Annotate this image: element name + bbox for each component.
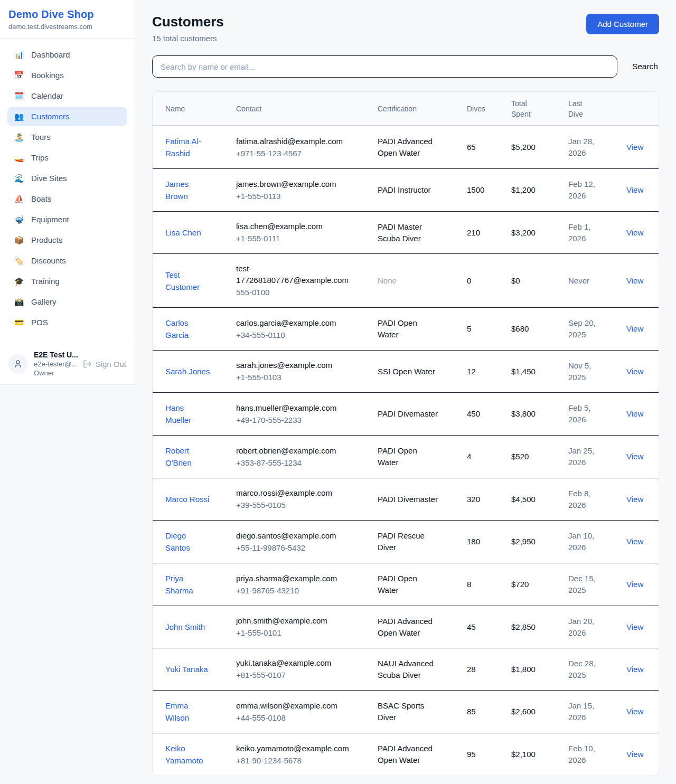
customer-name-link[interactable]: Diego Santos xyxy=(165,530,211,554)
view-link[interactable]: View xyxy=(626,324,643,333)
search-button[interactable]: Search xyxy=(631,60,659,73)
sidebar-item-label: Customers xyxy=(31,112,70,121)
customer-name-link[interactable]: Yuki Tanaka xyxy=(165,663,208,675)
view-link[interactable]: View xyxy=(626,665,643,674)
view-link[interactable]: View xyxy=(626,367,643,376)
sign-out-button[interactable]: Sign Out xyxy=(83,360,126,369)
customer-phone: +34-555-0110 xyxy=(236,329,365,341)
view-link[interactable]: View xyxy=(626,228,643,237)
table-row: John Smithjohn.smith@example.com+1-555-0… xyxy=(153,606,659,648)
customer-phone: +55-11-99876-5432 xyxy=(236,542,365,554)
dives-count: 4 xyxy=(467,451,499,462)
sidebar-item-equipment[interactable]: 🤿Equipment xyxy=(7,210,127,229)
view-link[interactable]: View xyxy=(626,537,643,546)
customer-phone: +1-555-0101 xyxy=(236,627,365,639)
view-link[interactable]: View xyxy=(626,495,643,504)
customer-name-link[interactable]: Lisa Chen xyxy=(165,226,201,239)
sidebar-item-products[interactable]: 📦Products xyxy=(7,230,127,250)
sidebar-item-calendar[interactable]: 🗓️Calendar xyxy=(7,86,127,106)
user-info: E2E Test U... e2e-tester@... Owner xyxy=(34,351,77,377)
customer-name-link[interactable]: Fatima Al-Rashid xyxy=(165,135,211,159)
table-row: Priya Sharmapriya.sharma@example.com+91-… xyxy=(153,563,659,606)
customer-name-link[interactable]: Hans Mueller xyxy=(165,402,211,426)
view-link[interactable]: View xyxy=(626,707,643,716)
total-spent: $1,800 xyxy=(511,664,556,675)
view-link[interactable]: View xyxy=(626,143,643,152)
dives-count: 95 xyxy=(467,749,499,760)
total-spent: $3,200 xyxy=(511,227,556,239)
sidebar-item-customers[interactable]: 👥Customers xyxy=(7,107,127,126)
view-link[interactable]: View xyxy=(626,276,643,285)
customer-phone: +1-555-0113 xyxy=(236,191,365,202)
customer-email: carlos.garcia@example.com xyxy=(236,317,351,329)
customer-name-link[interactable]: James Brown xyxy=(165,178,211,202)
main-content: Customers 15 total customers Add Custome… xyxy=(135,0,676,784)
tag-icon: 🏷️ xyxy=(14,257,24,265)
total-spent: $0 xyxy=(511,275,556,287)
sidebar-item-tours[interactable]: 🏝️Tours xyxy=(7,127,127,147)
sidebar-item-trips[interactable]: 🚤Trips xyxy=(7,148,127,167)
customer-count: 15 total customers xyxy=(152,34,224,43)
sidebar-item-discounts[interactable]: 🏷️Discounts xyxy=(7,251,127,270)
last-dive-date: Feb 12, 2026 xyxy=(568,178,600,202)
customer-name-link[interactable]: Priya Sharma xyxy=(165,572,211,597)
sidebar-item-label: Tours xyxy=(31,133,51,141)
customer-email: hans.mueller@example.com xyxy=(236,402,351,414)
customer-name-link[interactable]: Carlos Garcia xyxy=(165,317,211,341)
last-dive-date: Feb 8, 2026 xyxy=(568,488,600,511)
table-row: James Brownjames.brown@example.com+1-555… xyxy=(153,169,659,212)
contact-cell: sarah.jones@example.com+1-555-0103 xyxy=(230,351,371,393)
sidebar-item-label: Discounts xyxy=(31,256,66,265)
last-dive-date: Sep 20, 2025 xyxy=(568,317,600,341)
view-link[interactable]: View xyxy=(626,750,643,759)
customer-name-link[interactable]: Marco Rossi xyxy=(165,493,209,505)
sidebar-item-gallery[interactable]: 📸Gallery xyxy=(7,292,127,311)
customer-name-link[interactable]: Keiko Yamamoto xyxy=(165,742,211,767)
certification: PADI Divemaster xyxy=(378,408,438,420)
search-input[interactable] xyxy=(152,55,617,78)
total-spent: $2,850 xyxy=(511,621,556,633)
dives-count: 1500 xyxy=(467,184,499,196)
view-link[interactable]: View xyxy=(626,452,643,461)
table-row: Test Customertest-1772681807767@example.… xyxy=(153,254,659,308)
sidebar-item-boats[interactable]: ⛵Boats xyxy=(7,189,127,209)
contact-cell: carlos.garcia@example.com+34-555-0110 xyxy=(230,308,371,351)
table-header: Name Contact Certification Dives Total S… xyxy=(153,92,659,126)
table-row: Keiko Yamamotokeiko.yamamoto@example.com… xyxy=(153,733,659,776)
col-header-total-spent: Total Spent xyxy=(505,92,562,126)
customer-name-link[interactable]: Robert O'Brien xyxy=(165,445,211,469)
table-row: Yuki Tanakayuki.tanaka@example.com+81-55… xyxy=(153,648,659,691)
sidebar-item-label: Equipment xyxy=(31,215,69,224)
contact-cell: robert.obrien@example.com+353-87-555-123… xyxy=(230,436,371,478)
table-row: Marco Rossimarco.rossi@example.com+39-55… xyxy=(153,478,659,521)
customer-name-link[interactable]: John Smith xyxy=(165,621,205,633)
customer-phone: +81-90-1234-5678 xyxy=(236,755,365,767)
sidebar-item-dive-sites[interactable]: 🌊Dive Sites xyxy=(7,168,127,188)
certification: PADI Advanced Open Water xyxy=(378,136,438,159)
table-row: Diego Santosdiego.santos@example.com+55-… xyxy=(153,521,659,563)
sidebar-item-bookings[interactable]: 📅Bookings xyxy=(7,65,127,85)
customer-email: john.smith@example.com xyxy=(236,615,351,627)
person-icon xyxy=(13,359,23,369)
sidebar-item-dashboard[interactable]: 📊Dashboard xyxy=(7,45,127,64)
contact-cell: fatima.alrashid@example.com+971-55-123-4… xyxy=(230,126,371,169)
view-link[interactable]: View xyxy=(626,622,643,631)
contact-cell: lisa.chen@example.com+1-555-0111 xyxy=(230,212,371,254)
add-customer-button[interactable]: Add Customer xyxy=(586,14,659,34)
customer-phone: +49-170-555-2233 xyxy=(236,414,365,426)
view-link[interactable]: View xyxy=(626,580,643,589)
sidebar-item-pos[interactable]: 💳POS xyxy=(7,313,127,332)
customer-name-link[interactable]: Sarah Jones xyxy=(165,365,210,377)
search-bar: Search xyxy=(152,55,659,78)
sidebar-item-training[interactable]: 🎓Training xyxy=(7,271,127,291)
col-header-actions xyxy=(620,92,659,126)
view-link[interactable]: View xyxy=(626,409,643,418)
view-link[interactable]: View xyxy=(626,185,643,194)
customer-phone: +1-555-0103 xyxy=(236,372,365,383)
last-dive-date: Jan 20, 2026 xyxy=(568,616,600,639)
customer-name-link[interactable]: Emma Wilson xyxy=(165,700,211,724)
last-dive-date: Feb 10, 2026 xyxy=(568,743,600,766)
customer-name-link[interactable]: Test Customer xyxy=(165,269,211,293)
col-header-dives: Dives xyxy=(461,92,505,126)
people-icon: 👥 xyxy=(14,112,24,120)
